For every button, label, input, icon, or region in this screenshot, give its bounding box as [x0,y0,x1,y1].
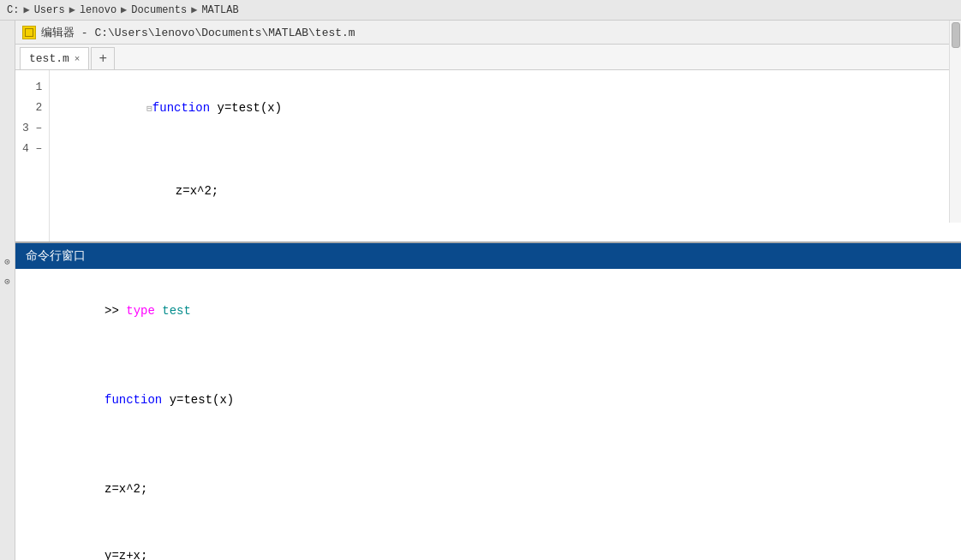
breadcrumb-part: lenovo [80,4,116,16]
breadcrumb-part: Documents [131,4,187,16]
code-editor: 1 2 3 – 4 – ⊟function y=test(x) z=x^2; [15,70,961,241]
line-num-2: 2 [15,98,49,118]
cmd-line-type-test: >> type test [33,277,944,344]
code-text: z=x^2; [146,184,218,198]
breadcrumb: C: ▶ Users ▶ lenovo ▶ Documents ▶ MATLAB [7,3,239,16]
keyword-function: function [152,101,210,115]
code-text: y=test(x) [210,101,282,115]
cmd-title-label: 命令行窗口 [26,248,86,264]
cmd-title-bar: 命令行窗口 [15,243,961,269]
tabs-bar: test.m × + [15,45,961,70]
cmd-text-z: z=x^2; [104,482,147,496]
line-num-4: 4 – [15,139,49,159]
main-wrapper: C: ▶ Users ▶ lenovo ▶ Documents ▶ MATLAB… [0,0,961,560]
code-line-3: z=x^2; [60,160,951,222]
cmd-text-2: y=test(x) [162,393,234,407]
editor-file-icon [22,26,36,39]
breadcrumb-sep: ▶ [191,3,197,16]
cmd-kw-function: function [104,393,162,407]
cmd-line-z: z=x^2; [33,456,944,522]
line-num-1: 1 [15,77,49,98]
fold-indicator: ⊟ [146,104,152,114]
content-area: 编辑器 - C:\Users\lenovo\Documents\MATLAB\t… [15,21,961,560]
breadcrumb-part: C: [7,4,19,16]
tab-label: test.m [29,52,69,65]
tab-test-m[interactable]: test.m × [20,47,89,69]
editor-title: 编辑器 - C:\Users\lenovo\Documents\MATLAB\t… [41,25,355,40]
cmd-text-y: y=z+x; [104,549,147,560]
tab-add-button[interactable]: + [91,47,115,69]
breadcrumb-part: MATLAB [201,4,238,16]
code-line-2 [60,140,951,160]
editor-title-bar: 编辑器 - C:\Users\lenovo\Documents\MATLAB\t… [15,21,961,45]
cmd-text-1 [155,304,162,318]
breadcrumb-sep: ▶ [23,3,29,16]
line-numbers: 1 2 3 – 4 – [15,70,50,241]
tab-close-button[interactable]: × [75,54,81,64]
breadcrumb-sep: ▶ [121,3,127,16]
command-window-section: 命令行窗口 >> type test function y=test(x) z=… [15,243,961,560]
cmd-blank-2 [33,433,944,456]
cmd-blank-1 [33,344,944,366]
left-sidebar: ⊙ ⊙ [0,21,15,560]
editor-scrollbar[interactable] [949,70,961,223]
cmd-funcname-test: test [162,304,191,318]
cmd-content[interactable]: >> type test function y=test(x) z=x^2; y… [15,269,961,560]
editor-section: 编辑器 - C:\Users\lenovo\Documents\MATLAB\t… [15,21,961,243]
sidebar-marker-2: ⊙ [4,276,10,287]
code-line-4: y=z+x; [60,222,951,241]
cmd-line-function: function y=test(x) [33,366,944,433]
cmd-line-y: y=z+x; [33,522,944,560]
cmd-keyword-type: type [126,304,155,318]
sidebar-marker-1: ⊙ [4,256,10,267]
breadcrumb-bar: C: ▶ Users ▶ lenovo ▶ Documents ▶ MATLAB [0,0,961,21]
breadcrumb-sep: ▶ [69,3,75,16]
line-num-3: 3 – [15,118,49,139]
code-content[interactable]: ⊟function y=test(x) z=x^2; y=z+x; [50,70,961,241]
breadcrumb-part: Users [34,4,65,16]
cmd-prompt-1: >> [104,304,126,318]
code-line-1: ⊟function y=test(x) [60,77,951,140]
